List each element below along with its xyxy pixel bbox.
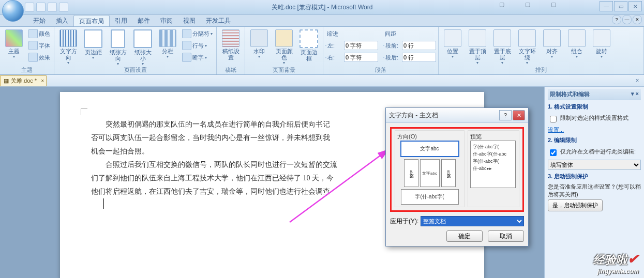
watermark-button[interactable]: 水印▾ bbox=[247, 28, 271, 60]
dialog-help-icon[interactable]: ? bbox=[499, 110, 512, 120]
close-button[interactable]: ✕ bbox=[628, 1, 642, 11]
ribbon-minimize-icon[interactable]: — bbox=[622, 15, 632, 24]
ok-button[interactable]: 确定 bbox=[446, 230, 483, 242]
spacing-after-icon bbox=[383, 57, 384, 58]
restrict-editing-pane: 限制格式和编辑▾ × 1. 格式设置限制 限制对选定的样式设置格式 设置... … bbox=[544, 87, 644, 278]
watermark: 经验啦✔ jingyanla.com bbox=[593, 251, 639, 275]
window-title: 关雎.doc [兼容模式] - Microsoft Word bbox=[272, 3, 373, 12]
tab-mailings[interactable]: 邮件 bbox=[132, 15, 155, 26]
document-tab-bar: ▦ 关雎.doc * × × bbox=[0, 75, 644, 87]
section-heading: 2. 编辑限制 bbox=[548, 135, 641, 146]
pageborders-button[interactable]: 页面边框 bbox=[297, 28, 321, 63]
text-direction-dialog: 文字方向 - 主文档 ? ✕ 方向(O) 文字abc 文字abc 文字abc 文… bbox=[385, 107, 529, 246]
indent-right-icon bbox=[325, 57, 326, 58]
qat-save-icon[interactable] bbox=[25, 3, 34, 12]
office-button[interactable] bbox=[2, 0, 24, 22]
group-pagesetup: 文字方向▾ 页边距▾ 纸张方向▾ 纸张大小▾ 分栏▾ 分隔符▾ 行号▾ 断字▾ … bbox=[54, 27, 217, 74]
orient-option-horizontal[interactable]: 文字abc bbox=[400, 141, 459, 157]
breaks-button[interactable]: 分隔符▾ bbox=[181, 28, 214, 39]
text-cursor bbox=[103, 198, 104, 209]
group-arrange: 位置▾ 置于顶层▾ 置于底层▾ 文字环绕▾ 对齐▾ 组合▾ 旋转▾ 排列 bbox=[439, 27, 644, 74]
size-button[interactable]: 纸张大小▾ bbox=[131, 28, 155, 68]
hyphenation-button[interactable]: 断字▾ bbox=[181, 52, 214, 63]
group-label: 段落 bbox=[325, 66, 436, 74]
spacing-before-input[interactable] bbox=[402, 41, 436, 50]
orient-option-vertical-1[interactable]: 文字abc bbox=[404, 159, 418, 187]
highlight-annotation: 方向(O) 文字abc 文字abc 文字abc 文字abc 字(什-abc字( … bbox=[390, 127, 524, 212]
ribbon-close-icon[interactable]: ✕ bbox=[633, 15, 642, 24]
tab-developer[interactable]: 开发工具 bbox=[201, 15, 236, 26]
indent-left-input[interactable] bbox=[344, 41, 378, 50]
pagecolor-button[interactable]: 页面颜色▾ bbox=[272, 28, 296, 67]
text-direction-button[interactable]: 文字方向▾ bbox=[56, 28, 80, 67]
tab-bar-close-icon[interactable]: × bbox=[633, 76, 642, 85]
orientation-button[interactable]: 纸张方向▾ bbox=[106, 28, 130, 68]
section-heading: 1. 格式设置限制 bbox=[548, 101, 641, 112]
gaozhi-button[interactable]: 稿纸设置 bbox=[219, 28, 243, 62]
group-label: 排列 bbox=[441, 66, 641, 74]
tab-pagelayout[interactable]: 页面布局 bbox=[73, 15, 110, 26]
theme-colors-button[interactable]: 颜色 bbox=[27, 28, 52, 39]
orient-option-horizontal-2[interactable]: 字(什-abc字( bbox=[401, 189, 459, 205]
indent-left-icon bbox=[325, 45, 326, 46]
tab-home[interactable]: 开始 bbox=[28, 15, 51, 26]
group-themes: 主题▾ 颜色 字体 效果 主题 bbox=[0, 27, 54, 74]
dialog-title: 文字方向 - 主文档 bbox=[389, 111, 438, 120]
ribbon-tabs: 开始 插入 页面布局 引用 邮件 审阅 视图 开发工具 ? — ✕ bbox=[0, 15, 644, 27]
section-heading: 3. 启动强制保护 bbox=[548, 171, 641, 182]
preview-legend: 预览 bbox=[470, 133, 517, 141]
applyto-select[interactable]: 整篇文档 bbox=[421, 216, 524, 226]
orient-option-vertical-3[interactable]: 文字abc bbox=[441, 159, 456, 187]
start-protection-button[interactable]: 是，启动强制保护 bbox=[548, 199, 603, 211]
tab-insert[interactable]: 插入 bbox=[51, 15, 73, 26]
settings-link[interactable]: 设置... bbox=[548, 126, 641, 134]
tab-references[interactable]: 引用 bbox=[110, 15, 132, 26]
theme-effects-button[interactable]: 效果 bbox=[27, 52, 52, 63]
group-button[interactable]: 组合▾ bbox=[565, 28, 589, 60]
orient-option-vertical-2[interactable]: 文字abc bbox=[420, 159, 440, 187]
tab-close-icon[interactable]: × bbox=[41, 78, 44, 84]
group-label: 主题 bbox=[2, 66, 52, 74]
help-icon[interactable]: ? bbox=[612, 15, 621, 24]
bring-front-button[interactable]: 置于顶层▾ bbox=[466, 28, 489, 67]
preview-box: 字(什-abc字( 什-abc字(什-abc 字(什-abc字( 什-abc▸▸ bbox=[470, 141, 516, 188]
tab-review[interactable]: 审阅 bbox=[155, 15, 178, 26]
margins-button[interactable]: 页边距▾ bbox=[81, 28, 105, 61]
margin-corner-icon bbox=[81, 109, 87, 115]
indent-right-input[interactable] bbox=[344, 53, 378, 62]
align-button[interactable]: 对齐▾ bbox=[540, 28, 564, 60]
pane-close-icon[interactable]: ▾ × bbox=[631, 90, 639, 98]
restrict-format-checkbox[interactable] bbox=[550, 116, 557, 122]
qat-undo-icon[interactable] bbox=[36, 3, 46, 12]
group-gaozhi: 稿纸设置 稿纸 bbox=[217, 27, 245, 74]
group-label: 页面背景 bbox=[247, 66, 321, 74]
spacing-before-icon bbox=[383, 45, 384, 46]
document-tab[interactable]: ▦ 关雎.doc * × bbox=[0, 75, 47, 86]
linenumbers-button[interactable]: 行号▾ bbox=[181, 40, 214, 51]
group-paragraph: 缩进 左: 右: 间距 段前: 段后: 段落 bbox=[323, 27, 439, 74]
spacing-label: 间距 bbox=[383, 28, 436, 39]
minimize-button[interactable]: — bbox=[600, 1, 613, 11]
tab-view[interactable]: 视图 bbox=[178, 15, 201, 26]
editing-type-select[interactable]: 填写窗体 bbox=[548, 160, 641, 170]
columns-button[interactable]: 分栏▾ bbox=[156, 28, 179, 60]
group-pagebg: 水印▾ 页面颜色▾ 页面边框 页面背景 bbox=[245, 27, 323, 74]
send-back-button[interactable]: 置于底层▾ bbox=[490, 28, 514, 67]
theme-fonts-button[interactable]: 字体 bbox=[27, 40, 52, 51]
background-windows: ▢▢▢ bbox=[499, 1, 556, 8]
qat-redo-icon[interactable] bbox=[48, 3, 57, 12]
themes-button[interactable]: 主题▾ bbox=[2, 28, 26, 60]
applyto-label: 应用于(Y): bbox=[390, 217, 418, 226]
cancel-button[interactable]: 取消 bbox=[488, 230, 524, 242]
restrict-edit-checkbox[interactable] bbox=[550, 149, 557, 156]
maximize-button[interactable]: ▭ bbox=[614, 1, 627, 11]
rotate-button[interactable]: 旋转▾ bbox=[590, 28, 613, 60]
dialog-close-icon[interactable]: ✕ bbox=[513, 110, 525, 120]
position-button[interactable]: 位置▾ bbox=[441, 28, 465, 60]
text-wrap-button[interactable]: 文字环绕▾ bbox=[515, 28, 539, 67]
protect-msg: 您是否准备应用这些设置？(您可以稍后将其关闭) bbox=[548, 183, 641, 198]
spacing-after-input[interactable] bbox=[402, 53, 436, 62]
ribbon: 主题▾ 颜色 字体 效果 主题 文字方向▾ 页边距▾ 纸张方向▾ 纸张大小▾ 分… bbox=[0, 27, 644, 75]
group-label: 稿纸 bbox=[219, 66, 243, 74]
qat-more-icon[interactable] bbox=[59, 3, 68, 12]
